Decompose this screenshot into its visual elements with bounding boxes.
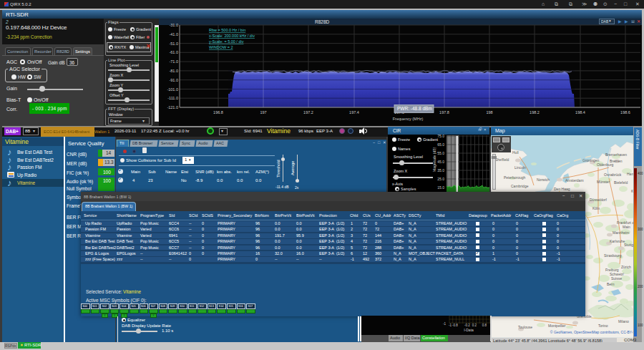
svg-text:0.2: 0.2 [472, 324, 477, 327]
svg-text:© GeoNames, OpenStreetMap cont: © GeoNames, OpenStreetMap contributors, … [550, 330, 638, 334]
svg-text:196.8: 196.8 [213, 110, 223, 115]
svg-text:197.2: 197.2 [303, 110, 313, 115]
svg-text:Düsseldorf: Düsseldorf [590, 198, 608, 202]
svg-text:0.8: 0.8 [482, 324, 487, 327]
svg-text:Norwich: Norwich [537, 178, 550, 182]
svg-text:I-Data: I-Data [464, 328, 474, 332]
svg-text:Peterborough: Peterborough [504, 175, 526, 180]
svg-text:Bremerhaven: Bremerhaven [605, 152, 627, 157]
svg-text:Toulouse: Toulouse [518, 325, 532, 329]
svg-text:Den Haag: Den Haag [554, 187, 570, 191]
svg-text:Frequency (MHz): Frequency (MHz) [393, 117, 424, 121]
svg-text:Zürich: Zürich [621, 265, 631, 269]
svg-text:Strasbourg: Strasbourg [604, 253, 622, 258]
svg-text:-91.0: -91.0 [169, 78, 178, 82]
svg-text:-111.0: -111.0 [167, 96, 178, 100]
svg-text:Torino: Torino [598, 324, 608, 328]
svg-text:Osnabrück: Osnabrück [604, 172, 622, 177]
svg-text:Mannheim: Mannheim [613, 230, 629, 235]
svg-text:Milano: Milano [618, 319, 629, 324]
svg-text:-71.0: -71.0 [169, 59, 178, 64]
svg-text:Sheffield: Sheffield [495, 157, 509, 162]
svg-text:Cambridge: Cambridge [511, 184, 529, 188]
svg-text:-81.0: -81.0 [169, 69, 178, 73]
svg-text:-0.8: -0.8 [452, 324, 458, 327]
svg-text:Suisse: Suisse [611, 276, 622, 281]
svg-text:Karlsruhe: Karlsruhe [610, 239, 625, 243]
svg-text:x-Scale: 200.000 kHz / div: x-Scale: 200.000 kHz / div [209, 34, 255, 38]
svg-text:Bielefeld: Bielefeld [614, 180, 628, 185]
svg-text:198.6: 198.6 [620, 110, 630, 115]
svg-text:Main: Main [623, 225, 630, 229]
svg-text:-0.2: -0.2 [464, 324, 470, 327]
svg-text:-121.0: -121.0 [167, 105, 178, 110]
svg-text:-61.0: -61.0 [169, 50, 178, 54]
svg-text:Bremen: Bremen [610, 159, 623, 163]
svg-text:Bern: Bern [607, 282, 615, 286]
svg-text:WINDOW = 2: WINDOW = 2 [209, 45, 233, 49]
svg-text:198: 198 [486, 110, 492, 115]
svg-text:197: 197 [260, 110, 266, 115]
svg-text:-101.0: -101.0 [167, 87, 178, 92]
svg-text:y-Scale: = 5.00 / div: y-Scale: = 5.00 / div [209, 39, 244, 44]
svg-text:197.8: 197.8 [439, 110, 449, 115]
svg-text:-31.0: -31.0 [169, 23, 178, 27]
svg-text:-1: -1 [443, 322, 446, 326]
svg-text:Hull: Hull [512, 150, 519, 155]
svg-text:PWR: -48.8 dBm: PWR: -48.8 dBm [397, 106, 432, 111]
svg-text:198.2: 198.2 [530, 110, 540, 115]
svg-text:198.4: 198.4 [575, 110, 585, 115]
svg-text:-1: -1 [449, 324, 452, 327]
svg-text:Montpellier: Montpellier [548, 324, 566, 328]
svg-text:197.4: 197.4 [349, 110, 359, 115]
svg-text:-41.0: -41.0 [169, 32, 178, 37]
svg-text:Köln: Köln [592, 206, 600, 210]
svg-text:Amsterdam: Amsterdam [565, 178, 584, 183]
svg-text:Münster: Münster [597, 180, 610, 184]
svg-text:-51.0: -51.0 [169, 42, 178, 46]
svg-text:Rbw = 500.0 Hz / bin: Rbw = 500.0 Hz / bin [209, 28, 245, 32]
svg-text:Lincoln: Lincoln [514, 165, 526, 170]
